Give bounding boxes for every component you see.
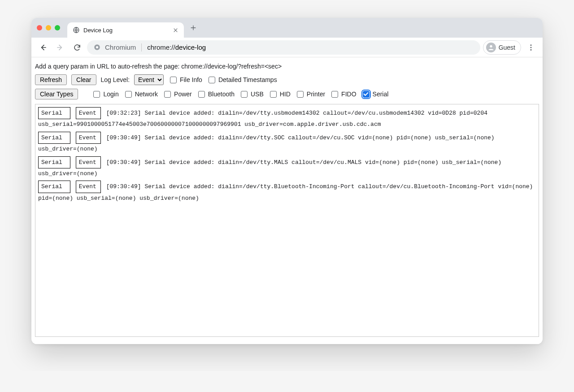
hid-checkbox[interactable] [270,91,277,98]
log-message: Serial device added: dialin=/dev/tty.usb… [38,110,487,128]
filter-serial[interactable]: Serial [361,90,389,99]
chromium-icon [93,44,100,51]
new-tab-button[interactable] [187,21,200,34]
log-type-tag: Serial [38,156,70,168]
url-path: chrome://device-log [147,43,206,51]
log-timestamp: [09:30:49] [106,159,141,166]
tab-strip: Device Log [31,18,543,38]
log-entry: Serial Event [09:32:23] Serial device ad… [38,107,536,130]
network-label: Network [135,90,158,98]
browser-tab[interactable]: Device Log [67,22,184,38]
tab-title: Device Log [83,27,171,34]
filter-login[interactable]: Login [91,90,118,99]
file-info-checkbox[interactable] [170,77,177,83]
back-button[interactable] [36,40,50,55]
address-bar[interactable]: Chromium chrome://device-log [87,40,480,55]
detailed-timestamps-label: Detailed Timestamps [218,76,277,83]
printer-checkbox[interactable] [297,91,304,98]
login-label: Login [103,90,118,98]
filter-hid[interactable]: HID [268,90,291,99]
window-close-button[interactable] [37,25,42,30]
log-entry: Serial Event [09:30:49] Serial device ad… [38,156,536,179]
filter-usb[interactable]: USB [239,90,264,99]
window-controls [37,25,60,30]
hid-label: HID [280,90,291,98]
filter-bluetooth[interactable]: Bluetooth [196,90,235,99]
detailed-timestamps-checkbox-group[interactable]: Detailed Timestamps [207,75,277,85]
refresh-button[interactable]: Refresh [35,74,67,85]
page-content: Add a query param in URL to auto-refresh… [31,57,543,344]
log-entry: Serial Event [09:30:49] Serial device ad… [38,181,536,203]
log-level-tag: Event [76,132,101,144]
fido-label: FIDO [341,90,356,98]
log-timestamp: [09:32:23] [106,110,141,116]
file-info-checkbox-group[interactable]: File Info [168,75,202,85]
log-level-select[interactable]: Event [134,74,164,85]
url-path-value: device-log [175,43,206,51]
log-type-tag: Serial [38,107,70,119]
url-origin: Chromium [105,43,136,51]
bluetooth-label: Bluetooth [208,90,235,98]
window-maximize-button[interactable] [55,25,60,30]
control-row-2: Clear Types Login Network Power Bluetoot… [35,89,539,99]
log-entry: Serial Event [09:30:49] Serial device ad… [38,132,536,155]
log-panel: Serial Event [09:32:23] Serial device ad… [35,104,539,337]
browser-toolbar: Chromium chrome://device-log Guest [31,38,543,57]
log-level-tag: Event [76,181,101,193]
filter-power[interactable]: Power [162,90,192,99]
log-level-label: Log Level: [101,76,130,83]
usb-label: USB [251,90,264,98]
bluetooth-checkbox[interactable] [198,91,205,98]
profile-button[interactable]: Guest [483,40,521,55]
window-minimize-button[interactable] [46,25,51,30]
serial-checkbox[interactable] [363,91,370,98]
log-type-tag: Serial [38,132,70,144]
clear-types-button[interactable]: Clear Types [35,89,78,99]
printer-label: Printer [307,90,325,98]
svg-point-5 [531,47,532,48]
overflow-menu-button[interactable] [524,40,538,55]
forward-button[interactable] [53,40,67,55]
login-checkbox[interactable] [93,91,100,98]
svg-point-6 [531,49,532,50]
power-label: Power [174,90,192,98]
control-row-1: Refresh Clear Log Level: Event File Info… [35,74,539,85]
filter-fido[interactable]: FIDO [330,90,356,99]
svg-point-3 [490,45,492,47]
refresh-hint: Add a query param in URL to auto-refresh… [35,63,539,70]
fido-checkbox[interactable] [331,91,338,98]
svg-point-2 [96,46,98,48]
browser-window: Device Log Chromium chrome://device-lo [31,18,543,344]
url-divider [141,43,142,52]
svg-point-4 [531,44,532,46]
url-scheme: chrome:// [147,43,175,51]
avatar-icon [486,43,496,52]
log-timestamp: [09:30:49] [106,183,141,190]
reload-button[interactable] [70,40,84,55]
network-checkbox[interactable] [125,91,132,98]
log-timestamp: [09:30:49] [106,134,141,141]
file-info-label: File Info [180,76,202,83]
serial-label: Serial [373,90,389,98]
filter-printer[interactable]: Printer [295,90,325,99]
usb-checkbox[interactable] [241,91,248,98]
clear-button[interactable]: Clear [71,74,96,85]
profile-label: Guest [499,44,515,51]
filter-network[interactable]: Network [123,90,158,99]
log-type-tag: Serial [38,181,70,193]
detailed-timestamps-checkbox[interactable] [209,77,215,83]
power-checkbox[interactable] [164,91,171,98]
log-level-tag: Event [76,107,101,119]
globe-icon [73,26,80,34]
log-level-tag: Event [76,156,101,168]
tab-close-button[interactable] [171,26,179,34]
